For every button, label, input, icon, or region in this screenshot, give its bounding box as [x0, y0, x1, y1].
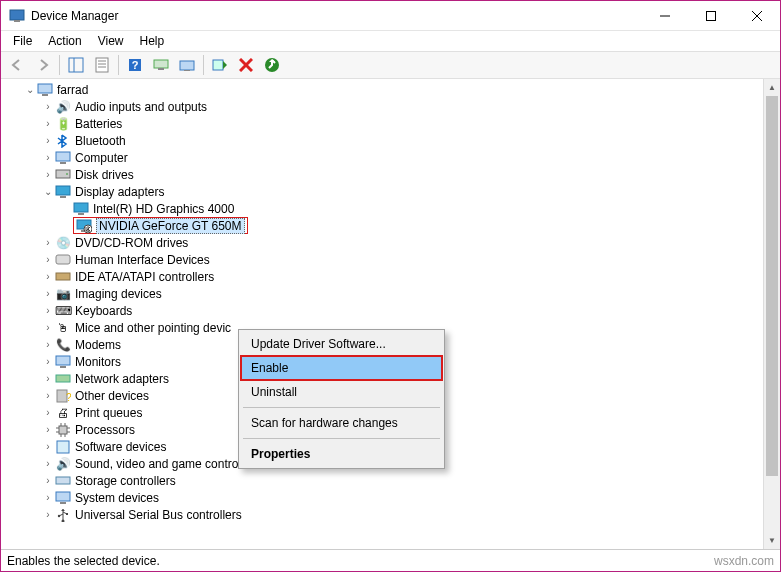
expand-icon[interactable]: › — [41, 474, 55, 488]
usb-icon — [55, 507, 71, 523]
expand-icon[interactable]: › — [41, 389, 55, 403]
expand-icon[interactable]: › — [41, 457, 55, 471]
back-button[interactable] — [5, 53, 29, 77]
menu-item-enable[interactable]: Enable — [241, 356, 442, 380]
svg-rect-16 — [180, 61, 194, 70]
svg-rect-25 — [60, 162, 66, 164]
tree-label: Audio inputs and outputs — [75, 100, 207, 114]
svg-rect-57 — [66, 513, 68, 515]
collapse-icon[interactable]: ⌄ — [41, 185, 55, 199]
tree-item-system[interactable]: › System devices — [3, 489, 763, 506]
svg-rect-43 — [59, 426, 67, 434]
tree-label: Print queues — [75, 406, 142, 420]
expand-icon[interactable]: › — [41, 287, 55, 301]
speaker-icon: 🔊 — [55, 99, 71, 115]
tree-label: Display adapters — [75, 185, 164, 199]
vertical-scrollbar[interactable]: ▲ ▼ — [763, 79, 780, 549]
printer-icon: 🖨 — [55, 405, 71, 421]
collapse-icon[interactable]: ⌄ — [23, 83, 37, 97]
tree-item-computer[interactable]: › Computer — [3, 149, 763, 166]
expand-icon[interactable]: › — [41, 423, 55, 437]
expand-icon[interactable]: › — [41, 338, 55, 352]
help-button[interactable]: ? — [123, 53, 147, 77]
expand-icon[interactable]: › — [41, 236, 55, 250]
enable-device-button[interactable] — [208, 53, 232, 77]
computer-icon — [55, 150, 71, 166]
tree-label: Keyboards — [75, 304, 132, 318]
menu-file[interactable]: File — [5, 32, 40, 50]
tree-item-intel[interactable]: › Intel(R) HD Graphics 4000 — [3, 200, 763, 217]
menu-item-uninstall[interactable]: Uninstall — [241, 380, 442, 404]
tree-item-usb[interactable]: › Universal Serial Bus controllers — [3, 506, 763, 523]
svg-rect-28 — [56, 186, 70, 195]
menu-separator — [243, 438, 440, 439]
expand-icon[interactable]: › — [41, 134, 55, 148]
tree-item-imaging[interactable]: › 📷 Imaging devices — [3, 285, 763, 302]
expand-icon[interactable]: › — [41, 270, 55, 284]
menu-item-properties[interactable]: Properties — [241, 442, 442, 466]
expand-icon[interactable]: › — [41, 117, 55, 131]
svg-rect-39 — [60, 366, 66, 368]
tree-item-dvd[interactable]: › 💿 DVD/CD-ROM drives — [3, 234, 763, 251]
menu-item-update-driver[interactable]: Update Driver Software... — [241, 332, 442, 356]
selected-node[interactable]: ↓ NVIDIA GeForce GT 650M — [73, 217, 248, 234]
menu-action[interactable]: Action — [40, 32, 89, 50]
tree-label: farrad — [57, 83, 88, 97]
svg-rect-30 — [74, 203, 88, 212]
tree-item-bluetooth[interactable]: › Bluetooth — [3, 132, 763, 149]
tree-item-ide[interactable]: › IDE ATA/ATAPI controllers — [3, 268, 763, 285]
show-hide-tree-button[interactable] — [64, 53, 88, 77]
update-driver-button[interactable] — [175, 53, 199, 77]
computer-icon — [37, 82, 53, 98]
expand-icon[interactable]: › — [41, 151, 55, 165]
disk-icon — [55, 167, 71, 183]
monitor-icon — [55, 354, 71, 370]
menu-help[interactable]: Help — [132, 32, 173, 50]
tree-item-disk[interactable]: › Disk drives — [3, 166, 763, 183]
expand-icon[interactable]: › — [41, 100, 55, 114]
uninstall-button[interactable] — [234, 53, 258, 77]
expand-icon[interactable]: › — [41, 491, 55, 505]
device-tree[interactable]: ⌄ farrad › 🔊 Audio inputs and outputs › … — [1, 79, 763, 549]
tree-label: Network adapters — [75, 372, 169, 386]
properties-button[interactable] — [90, 53, 114, 77]
minimize-button[interactable] — [642, 1, 688, 31]
forward-button[interactable] — [31, 53, 55, 77]
svg-rect-53 — [56, 477, 70, 484]
maximize-button[interactable] — [688, 1, 734, 31]
menu-item-scan[interactable]: Scan for hardware changes — [241, 411, 442, 435]
expand-icon[interactable]: › — [41, 321, 55, 335]
expand-icon[interactable]: › — [41, 440, 55, 454]
svg-rect-17 — [184, 70, 190, 71]
tree-item-keyboards[interactable]: › ⌨ Keyboards — [3, 302, 763, 319]
tree-item-audio[interactable]: › 🔊 Audio inputs and outputs — [3, 98, 763, 115]
refresh-button[interactable] — [260, 53, 284, 77]
scan-hardware-button[interactable] — [149, 53, 173, 77]
close-button[interactable] — [734, 1, 780, 31]
status-bar: Enables the selected device. wsxdn.com — [1, 549, 780, 571]
tree-item-hid[interactable]: › Human Interface Devices — [3, 251, 763, 268]
expand-icon[interactable]: › — [41, 253, 55, 267]
expand-icon[interactable]: › — [41, 372, 55, 386]
tree-item-storage[interactable]: › Storage controllers — [3, 472, 763, 489]
window-title: Device Manager — [31, 9, 118, 23]
menu-bar: File Action View Help — [1, 31, 780, 51]
menu-view[interactable]: View — [90, 32, 132, 50]
tree-root[interactable]: ⌄ farrad — [3, 81, 763, 98]
scroll-down-icon[interactable]: ▼ — [764, 532, 780, 549]
tree-item-batteries[interactable]: › 🔋 Batteries — [3, 115, 763, 132]
modem-icon: 📞 — [55, 337, 71, 353]
expand-icon[interactable]: › — [41, 355, 55, 369]
tree-area: ⌄ farrad › 🔊 Audio inputs and outputs › … — [1, 79, 780, 549]
svg-rect-40 — [56, 375, 70, 382]
network-icon — [55, 371, 71, 387]
expand-icon[interactable]: › — [41, 406, 55, 420]
svg-point-27 — [66, 173, 68, 175]
tree-item-nvidia[interactable]: › ↓ NVIDIA GeForce GT 650M — [3, 217, 763, 234]
expand-icon[interactable]: › — [41, 304, 55, 318]
expand-icon[interactable]: › — [41, 168, 55, 182]
expand-icon[interactable]: › — [41, 508, 55, 522]
scroll-up-icon[interactable]: ▲ — [764, 79, 780, 96]
tree-item-display[interactable]: ⌄ Display adapters — [3, 183, 763, 200]
scroll-thumb[interactable] — [766, 96, 778, 476]
